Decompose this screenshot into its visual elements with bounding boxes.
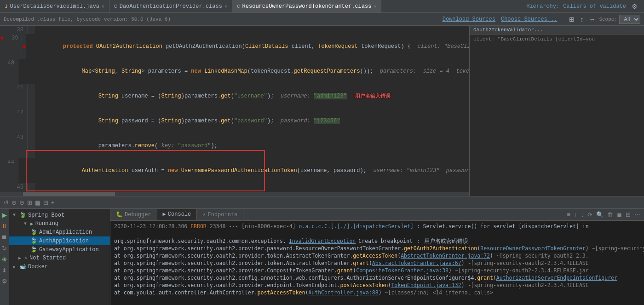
log-link-7[interactable]: AuthController.java:88 (308, 289, 378, 296)
log-line-4: at org.springframework.security.oauth2.p… (114, 267, 640, 274)
editor-toolbar: Decompiled .class file, bytecode version… (0, 13, 644, 26)
icon-btn-2[interactable]: ↕ (578, 15, 585, 24)
tree-arrow-admin (24, 230, 29, 235)
tree-item-notstarted[interactable]: ▶ ✕ Not Started (9, 254, 110, 262)
tree-arrow-notstarted: ▶ (18, 255, 23, 261)
bp-41[interactable] (28, 84, 35, 109)
con-btn-4[interactable]: ⟳ (586, 211, 593, 219)
class-icon: C (114, 4, 117, 9)
action-btn-3[interactable]: ⊖ (19, 199, 24, 206)
action-btn-6[interactable]: ⊟ (43, 199, 48, 206)
icon-btn-3[interactable]: ↔ (587, 15, 597, 24)
vert-btn-2[interactable]: ⏸ (0, 222, 9, 230)
action-btn-7[interactable]: + (51, 199, 55, 206)
tree-item-docker[interactable]: ▶ 🐋 Docker (9, 262, 110, 271)
action-btn-2[interactable]: ⊕ (12, 199, 17, 206)
tree-item-running[interactable]: ▼ ▶ Running (15, 219, 110, 228)
h-scrollbar-thumb[interactable] (23, 192, 115, 196)
con-btn-6[interactable]: 🗑 (606, 211, 614, 219)
tree-arrow-gateway (24, 247, 29, 252)
gateway-label: GatewayApplication (39, 247, 99, 253)
line-num-43: 43 (9, 133, 28, 158)
log-link-6[interactable]: TokenEndpoint.java:132 (391, 282, 461, 288)
tab-debugger[interactable]: 🐛 Debugger (110, 209, 157, 220)
con-btn-9[interactable]: ⋯ (633, 211, 641, 219)
tree-item-gateway[interactable]: 🍃 GatewayApplication (9, 245, 110, 254)
services-sidebar: ▼ 🍃 Spring Boot ▼ ▶ Running 🍃 AdminAppli… (9, 209, 110, 305)
tree-item-auth[interactable]: 🍃 AuthApplication (9, 236, 110, 245)
con-btn-3[interactable]: ↓ (580, 211, 585, 219)
con-btn-2[interactable]: ↑ (573, 211, 578, 219)
vert-btn-5[interactable]: ⊕ (0, 255, 9, 263)
left-side-actions: ↺ ⊕ ⊖ ⊞ ▦ ⊟ + (0, 199, 58, 206)
log-at-1: at org.springframework.security.oauth2.p… (114, 245, 404, 252)
log-timestamp: 2020-11-23 12:08:28.306 (114, 223, 190, 230)
action-btn-1[interactable]: ↺ (4, 199, 9, 206)
code-panel[interactable]: 38 ● 39 ● protected OAuth2Authentication… (0, 26, 469, 196)
bp-43[interactable] (28, 133, 35, 158)
vert-btn-6[interactable]: ↡ (0, 266, 9, 274)
tab-console[interactable]: ▶ Console (157, 209, 197, 220)
download-sources-link[interactable]: Download Sources (443, 16, 495, 23)
bp-39[interactable]: ● (22, 34, 26, 59)
services-divider: ↺ ⊕ ⊖ ⊞ ▦ ⊟ + (0, 196, 644, 209)
settings-icon[interactable]: ⚙ (630, 2, 639, 11)
console-content[interactable]: 2020-11-23 12:08:28.306 ERROR 23348 --- … (110, 221, 644, 305)
tab-label: DaoAuthenticationProvider.class (120, 3, 222, 10)
endpoints-icon: ⚡ (202, 211, 206, 218)
log-link-2[interactable]: AbstractTokenGranter.java:72 (401, 253, 490, 259)
tab-resource[interactable]: C ResourceOwnerPasswordTokenGranter.clas… (232, 0, 382, 12)
action-btn-4[interactable]: ⊞ (27, 199, 32, 206)
log-link-5[interactable]: AuthorizationServerEndpointsConfigurer (496, 275, 617, 281)
action-btn-5[interactable]: ▦ (35, 199, 40, 206)
log-line-2: at org.springframework.security.oauth2.p… (114, 252, 640, 259)
vert-btn-1[interactable]: ▶ (0, 211, 9, 219)
con-btn-1[interactable]: ≡ (566, 211, 571, 219)
tab-dao[interactable]: C DaoAuthenticationProvider.class ✕ (109, 0, 232, 12)
gutter-38 (0, 26, 9, 34)
breakpoint-dot-39[interactable]: ● (0, 35, 4, 42)
right-panel: OAuth2TokenValidator... client: "BaseCli… (469, 26, 644, 196)
log-at-4: at org.springframework.security.oauth2.p… (114, 267, 337, 274)
h-scrollbar[interactable] (0, 192, 469, 196)
gutter-42 (0, 109, 9, 133)
toolbar-icons: ⊞ ↕ ↔ Scope: All (567, 15, 640, 24)
code-line-42: 42 String password = (String)parameters.… (0, 109, 469, 133)
tab-close-icon[interactable]: ✕ (102, 4, 104, 9)
vert-btn-4[interactable]: ↻ (0, 244, 9, 252)
choose-sources-link[interactable]: Choose Sources... (501, 16, 557, 23)
log-line-3: at org.springframework.security.oauth2.p… (114, 259, 640, 267)
tab-userdetails[interactable]: J UserDetailsServiceImpl.java ✕ (0, 0, 109, 12)
tab-endpoints[interactable]: ⚡ Endpoints (197, 209, 243, 220)
tree-item-admin[interactable]: 🍃 AdminApplication (9, 228, 110, 236)
log-link-3[interactable]: AbstractTokenGranter.java:67 (372, 260, 461, 266)
tab-label: UserDetailsServiceImpl.java (10, 3, 99, 10)
log-link-1[interactable]: ResourceOwnerPasswordTokenGranter (480, 245, 585, 252)
tab-close-icon[interactable]: ✕ (224, 4, 227, 9)
con-btn-5[interactable]: 🔍 (595, 211, 604, 219)
bp-38[interactable] (28, 26, 35, 34)
log-exception-link[interactable]: InvalidGrantException (289, 237, 356, 245)
spring-icon: 🍃 (19, 212, 26, 219)
log-package: org.springframework.security.oauth2.comm… (114, 237, 286, 245)
log-method-4: grant (337, 267, 353, 274)
log-line-empty (114, 230, 640, 237)
log-create-bp: Create breakpoint ： (358, 237, 421, 245)
console-icon: ▶ (163, 211, 166, 218)
admin-label: AdminApplication (39, 229, 92, 236)
bp-42[interactable] (28, 109, 35, 133)
log-link-4[interactable]: CompositeTokenGranter.java:38 (356, 267, 448, 274)
gateway-icon: 🍃 (30, 246, 37, 253)
con-btn-7[interactable]: ≣ (616, 211, 623, 219)
services-panel: ▶ ⏸ ⏹ ↻ ⊕ ↡ ⚙ ▼ 🍃 Spring Boot ▼ ▶ Runnin… (0, 209, 644, 305)
scope-selector[interactable]: All (619, 15, 640, 24)
running-label: Running (35, 220, 58, 227)
line-content-40: Map<String, String> parameters = new Lin… (18, 59, 469, 84)
tree-item-springboot[interactable]: ▼ 🍃 Spring Boot (9, 211, 110, 219)
icon-btn-1[interactable]: ⊞ (567, 15, 576, 24)
vert-btn-7[interactable]: ⚙ (0, 277, 9, 285)
con-btn-8[interactable]: ⊞ (625, 211, 632, 219)
vert-btn-3[interactable]: ⏹ (0, 233, 9, 241)
tab-close-icon[interactable]: ✕ (374, 4, 376, 9)
log-line-error: 2020-11-23 12:08:28.306 ERROR 23348 --- … (114, 223, 640, 230)
